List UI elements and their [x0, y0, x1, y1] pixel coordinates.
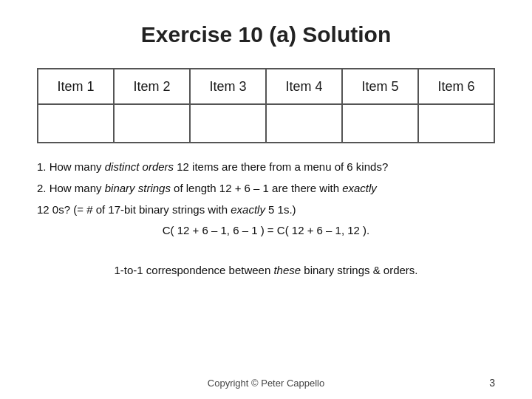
content-line5: 1-to-1 correspondence between these bina… [37, 262, 495, 280]
table-empty-cell-6 [418, 104, 494, 143]
page-title: Exercise 10 (a) Solution [37, 22, 495, 47]
table-cell-item2: Item 2 [114, 69, 190, 104]
footer: Copyright © Peter Cappello [0, 378, 532, 389]
line5-pre: 1-to-1 correspondence between [114, 264, 273, 276]
line1-italic: distinct orders [105, 160, 174, 173]
line5-mid: binary strings & orders. [301, 264, 417, 276]
content-line3: 12 0s? (= # of 17-bit binary strings wit… [37, 201, 495, 219]
line2-italic: binary strings [105, 182, 171, 194]
table-empty-cell-2 [114, 104, 190, 143]
line2-pre: 2. How many [37, 182, 105, 194]
line3-italic: exactly [231, 203, 265, 216]
table-cell-item1: Item 1 [38, 69, 114, 104]
items-table: Item 1 Item 2 Item 3 Item 4 Item 5 Item … [37, 68, 495, 143]
line5-italic: these [273, 264, 301, 276]
table-cell-item3: Item 3 [190, 69, 266, 104]
table-cell-item5: Item 5 [342, 69, 418, 104]
table-empty-cell-5 [342, 104, 418, 143]
line1-pre: 1. How many [37, 160, 105, 173]
table-empty-row [38, 104, 494, 143]
line3-pre: 12 0s? (= # of 17-bit binary strings wit… [37, 203, 231, 216]
content-line1: 1. How many distinct orders 12 items are… [37, 158, 495, 177]
content-block: 1. How many distinct orders 12 items are… [37, 158, 495, 283]
line3-mid: 5 1s.) [265, 203, 296, 216]
page-number: 3 [489, 377, 495, 389]
content-line2: 2. How many binary strings of length 12 … [37, 180, 495, 198]
table-cell-item4: Item 4 [266, 69, 342, 104]
table-empty-cell-1 [38, 104, 114, 143]
table-empty-cell-4 [266, 104, 342, 143]
table-cell-item6: Item 6 [418, 69, 494, 104]
table-empty-cell-3 [190, 104, 266, 143]
table-header-row: Item 1 Item 2 Item 3 Item 4 Item 5 Item … [38, 69, 494, 104]
line4-text: C( 12 + 6 – 1, 6 – 1 ) = C( 12 + 6 – 1, … [163, 224, 370, 236]
line1-mid: 12 items are there from a menu of 6 kind… [174, 160, 388, 173]
copyright-text: Copyright © Peter Cappello [208, 378, 324, 389]
line2-italic2: exactly [342, 182, 377, 194]
content-line4: C( 12 + 6 – 1, 6 – 1 ) = C( 12 + 6 – 1, … [37, 222, 495, 240]
line2-mid: of length 12 + 6 – 1 are there with [171, 182, 342, 194]
